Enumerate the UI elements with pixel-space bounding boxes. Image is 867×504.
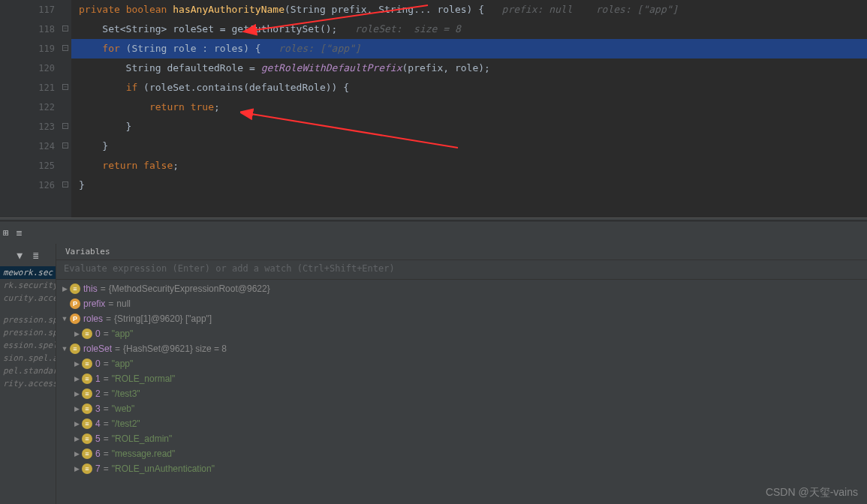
- list-icon[interactable]: ≡: [17, 227, 23, 238]
- var-roleset-item[interactable]: ▶≡5="ROLE_admin": [56, 431, 867, 446]
- filter-icon[interactable]: ▼: [17, 250, 23, 261]
- frame-item[interactable]: mework.sec: [0, 266, 56, 279]
- frame-item[interactable]: pression.spe: [0, 326, 56, 339]
- expand-icon[interactable]: ▼: [59, 345, 70, 352]
- frames-list[interactable]: mework.secrk.security.acurity.accesspres…: [0, 266, 56, 390]
- field-icon: ≡: [82, 388, 92, 399]
- expand-icon[interactable]: ▶: [71, 405, 82, 412]
- field-icon: ≡: [70, 344, 80, 354]
- var-roles-0[interactable]: ▶≡0="app": [56, 326, 867, 341]
- variables-column: Variables Evaluate expression (Enter) or…: [56, 244, 867, 504]
- code-line-123: }: [79, 117, 867, 136]
- gutter-line: 121−: [0, 78, 55, 98]
- var-roleset-item[interactable]: ▶≡7="ROLE_unAuthentication": [56, 461, 867, 476]
- fold-icon[interactable]: −: [62, 123, 68, 129]
- var-roleset-item[interactable]: ▶≡3="web": [56, 401, 867, 416]
- param-icon: P: [70, 314, 80, 324]
- var-roleset-item[interactable]: ▶≡4="/test2": [56, 416, 867, 431]
- frame-item[interactable]: pel.standard,: [0, 364, 56, 377]
- code-line-119: for (String role : roles) { roles: ["app…: [71, 39, 867, 58]
- variables-tree[interactable]: ▶≡this={MethodSecurityExpressionRoot@962…: [56, 280, 867, 504]
- code-content[interactable]: private boolean hasAnyAuthorityName(Stri…: [71, 0, 867, 218]
- frames-column: ▼ ≣ mework.secrk.security.acurity.access…: [0, 244, 56, 504]
- code-editor[interactable]: @117 118− 119− 120 121− 122 123− 124− 12…: [0, 0, 867, 218]
- fold-icon[interactable]: −: [62, 182, 68, 188]
- code-line-117: private boolean hasAnyAuthorityName(Stri…: [79, 0, 867, 20]
- debug-panel: ▼ ≣ mework.secrk.security.acurity.access…: [0, 244, 867, 504]
- field-icon: ≡: [82, 418, 92, 429]
- variables-header: Variables: [56, 244, 867, 260]
- expand-icon[interactable]: ▶: [71, 420, 82, 428]
- frame-item[interactable]: curity.access: [0, 292, 56, 304]
- frame-item[interactable]: pression.spel.: [0, 314, 56, 326]
- var-prefix[interactable]: Pprefix=null: [56, 296, 867, 311]
- gutter-line: 122: [0, 98, 55, 117]
- expand-icon[interactable]: ▶: [71, 450, 82, 458]
- expand-icon[interactable]: ▼: [59, 315, 70, 322]
- debug-toolbar: ⊞ ≡: [0, 221, 867, 244]
- gutter-line: 123−: [0, 117, 55, 136]
- evaluate-input[interactable]: Evaluate expression (Enter) or add a wat…: [56, 260, 867, 280]
- field-icon: ≡: [70, 284, 80, 294]
- var-this[interactable]: ▶≡this={MethodSecurityExpressionRoot@962…: [56, 281, 867, 296]
- frame-item[interactable]: ession.spel.a: [0, 339, 56, 352]
- gutter-line: 119−: [0, 39, 55, 58]
- expand-icon[interactable]: ▶: [71, 435, 82, 442]
- gutter-line: 124−: [0, 136, 55, 156]
- fold-icon[interactable]: −: [62, 84, 68, 90]
- frame-item[interactable]: sion.spel.ast): [0, 352, 56, 364]
- field-icon: ≡: [82, 374, 92, 384]
- var-roleset[interactable]: ▼≡roleSet={HashSet@9621} size = 8: [56, 341, 867, 356]
- var-roles[interactable]: ▼Proles={String[1]@9620} ["app"]: [56, 311, 867, 326]
- field-icon: ≡: [82, 328, 92, 339]
- var-roleset-item[interactable]: ▶≡6="message.read": [56, 446, 867, 461]
- expand-icon[interactable]: ▶: [71, 330, 82, 338]
- gutter-line: 125: [0, 156, 55, 176]
- expand-icon[interactable]: ▶: [59, 285, 70, 292]
- gutter: @117 118− 119− 120 121− 122 123− 124− 12…: [0, 0, 71, 218]
- field-icon: ≡: [82, 464, 92, 474]
- var-roleset-item[interactable]: ▶≡2="/test3": [56, 386, 867, 401]
- stack-icon[interactable]: ≣: [33, 250, 39, 261]
- param-icon: P: [70, 298, 80, 309]
- field-icon: ≡: [82, 448, 92, 459]
- fold-icon[interactable]: −: [62, 142, 68, 148]
- field-icon: ≡: [82, 434, 92, 444]
- code-line-125: return false;: [79, 156, 867, 176]
- table-icon[interactable]: ⊞: [3, 227, 9, 238]
- field-icon: ≡: [82, 404, 92, 414]
- code-line-124: }: [79, 136, 867, 156]
- var-roleset-item[interactable]: ▶≡0="app": [56, 356, 867, 371]
- frame-item[interactable]: rk.security.a: [0, 279, 56, 292]
- expand-icon[interactable]: ▶: [71, 390, 82, 398]
- var-roleset-item[interactable]: ▶≡1="ROLE_normal": [56, 371, 867, 386]
- fold-icon[interactable]: −: [62, 45, 68, 51]
- gutter-line: 118−: [0, 20, 55, 39]
- code-line-118: Set<String> roleSet = getAuthoritySet();…: [79, 20, 867, 39]
- code-line-121: if (roleSet.contains(defaultedRole)) {: [79, 78, 867, 98]
- code-line-122: return true;: [79, 98, 867, 117]
- expand-icon[interactable]: ▶: [71, 375, 82, 382]
- watermark: CSDN @天玺-vains: [766, 486, 858, 500]
- code-line-126: }: [79, 176, 867, 195]
- frame-item[interactable]: rity.access.e: [0, 377, 56, 390]
- field-icon: ≡: [82, 358, 92, 369]
- code-line-120: String defaultedRole = getRoleWithDefaul…: [79, 58, 867, 78]
- fold-icon[interactable]: −: [62, 26, 68, 32]
- gutter-line: 120: [0, 58, 55, 78]
- gutter-line: 126−: [0, 176, 55, 195]
- expand-icon[interactable]: ▶: [71, 360, 82, 368]
- gutter-line: @117: [0, 0, 55, 20]
- expand-icon[interactable]: ▶: [71, 465, 82, 472]
- frames-toolbar: ▼ ≣: [0, 244, 56, 266]
